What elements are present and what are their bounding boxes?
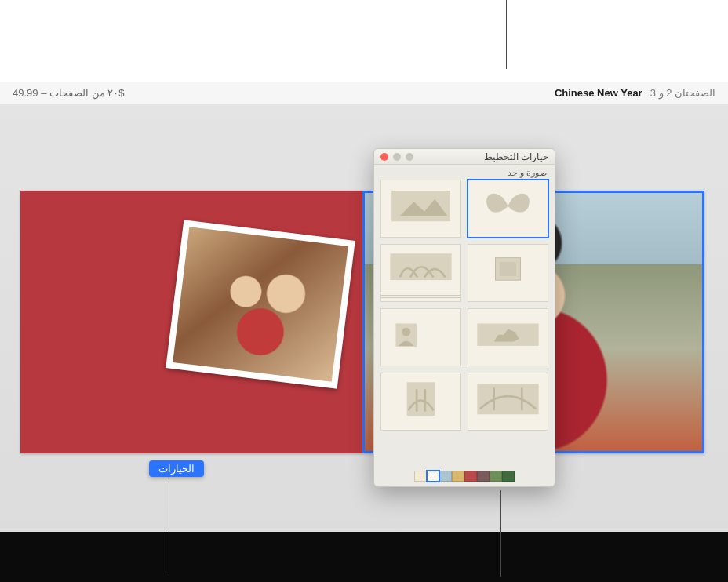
layout-thumb-3[interactable]: [468, 244, 548, 302]
popover-title: خيارات التخطيط: [484, 151, 548, 162]
popover-subtitle: صورة واحد: [374, 165, 555, 178]
popover-titlebar: خيارات التخطيط: [374, 149, 555, 165]
swatch-1[interactable]: [490, 471, 502, 482]
bridge-narrow-icon: [386, 378, 456, 420]
landscape-icon: [386, 185, 456, 227]
layout-thumb-7[interactable]: [468, 373, 548, 431]
svg-point-7: [402, 328, 410, 336]
frame-center-icon: [473, 249, 543, 291]
project-title: Chinese New Year: [555, 87, 642, 99]
layout-options-popover: خيارات التخطيط صورة واحد: [373, 148, 555, 487]
callout-line-bottom-left: [169, 478, 169, 573]
layout-thumb-2[interactable]: [380, 180, 461, 238]
swatch-6[interactable]: [427, 471, 439, 482]
layout-grid: [374, 178, 555, 457]
layout-thumb-6[interactable]: [380, 308, 461, 366]
status-price: ٢٠ من الصفحات – 49.99$: [13, 87, 124, 99]
callout-line-top: [506, 0, 507, 69]
bottom-bar: [0, 532, 728, 582]
portrait-small-icon: [386, 314, 456, 355]
photo-tilted[interactable]: [166, 220, 355, 388]
photo-tilted-image: [173, 227, 348, 382]
butterfly-icon: [473, 185, 543, 227]
horse-icon: [473, 314, 543, 355]
window-controls: [380, 153, 413, 161]
options-button[interactable]: الخيارات: [149, 460, 204, 477]
page-right[interactable]: [20, 191, 362, 453]
layout-thumb-1[interactable]: [468, 180, 548, 238]
svg-rect-8: [477, 384, 538, 414]
svg-rect-11: [407, 382, 435, 416]
swatch-3[interactable]: [464, 471, 477, 482]
traffic-max-icon[interactable]: [393, 153, 401, 161]
swatch-4[interactable]: [452, 471, 464, 482]
layout-thumb-5[interactable]: [468, 308, 548, 366]
bridge-wide-icon: [473, 378, 543, 420]
swatch-0[interactable]: [502, 471, 515, 482]
layout-thumb-4[interactable]: [380, 244, 461, 302]
callout-line-bottom-right: [500, 490, 501, 577]
traffic-min-icon[interactable]: [406, 153, 413, 161]
page-spread: [20, 191, 704, 453]
page-range: الصفحتان 2 و 3: [650, 87, 715, 99]
svg-rect-0: [391, 191, 450, 221]
svg-rect-3: [500, 262, 516, 276]
swatch-2[interactable]: [477, 471, 490, 482]
close-icon[interactable]: [380, 153, 388, 161]
opera-icon: [386, 249, 456, 291]
header-bar: Chinese New Year الصفحتان 2 و 3 ٢٠ من ال…: [0, 82, 728, 104]
swatch-5[interactable]: [439, 471, 452, 482]
color-swatches: [374, 471, 555, 482]
swatch-7[interactable]: [414, 471, 427, 482]
layout-thumb-8[interactable]: [380, 373, 461, 431]
editor-canvas: [0, 104, 728, 532]
